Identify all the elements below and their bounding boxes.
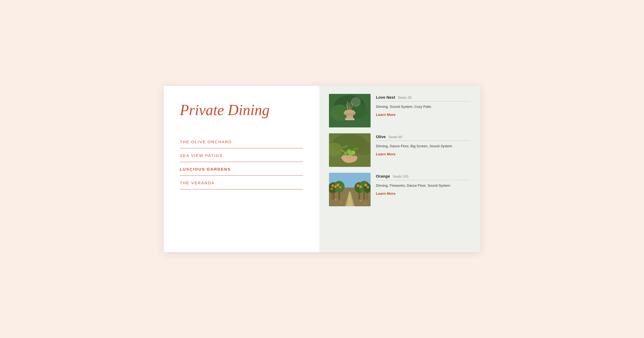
svg-point-53 [340, 201, 342, 203]
left-panel: Private Dining THE OLIVE ORCHARD SEA VIE… [164, 86, 319, 252]
nav-item-sea-view-patios[interactable]: SEA VIEW PATIOS [180, 148, 303, 162]
svg-rect-4 [345, 118, 354, 120]
main-card: Private Dining THE OLIVE ORCHARD SEA VIE… [164, 86, 480, 252]
venue-divider [376, 180, 471, 180]
orange-learn-more[interactable]: Learn More [376, 192, 396, 196]
right-panel: Love Nest Seats 30 Dinning, Sound System… [319, 86, 480, 252]
venue-row-olive: Olive Seats 60 Dinning, Dance Floor, Big… [329, 133, 471, 167]
svg-point-46 [336, 184, 339, 186]
svg-point-54 [360, 200, 362, 202]
venue-name-row: Love Nest Seats 30 [376, 95, 471, 100]
venue-divider [376, 141, 471, 141]
svg-point-51 [367, 186, 369, 189]
svg-point-55 [364, 203, 366, 205]
svg-point-23 [344, 152, 347, 155]
venue-name: Olive [376, 134, 386, 139]
nav-list: THE OLIVE ORCHARD SEA VIEW PATIOS LUSCIO… [180, 135, 303, 189]
svg-point-45 [331, 188, 333, 190]
nav-item-the-veranda[interactable]: THE VERANDA [180, 176, 303, 189]
venue-name-row: Olive Seats 60 [376, 134, 471, 139]
nav-item-label: SEA VIEW PATIOS [180, 153, 223, 158]
nav-item-label: LUSCIOUS GARDENS [180, 167, 231, 171]
svg-point-44 [334, 186, 337, 188]
venue-seats: Seats 30 [398, 95, 412, 100]
venue-name-row: Orange Seats 100 [376, 174, 471, 178]
svg-point-52 [335, 199, 337, 201]
venue-seats: Seats 60 [389, 135, 402, 139]
venue-info-love-nest: Love Nest Seats 30 Dinning, Sound System… [376, 94, 471, 117]
venue-features: Dinning, Fireworks, Dance Floor, Sound S… [376, 183, 471, 188]
svg-point-47 [339, 186, 342, 189]
venue-seats: Seats 100 [393, 174, 409, 178]
venue-info-olive: Olive Seats 60 Dinning, Dance Floor, Big… [376, 133, 471, 156]
olive-image [329, 133, 371, 167]
nav-item-label: THE VERANDA [180, 181, 215, 185]
nav-item-olive-orchard[interactable]: THE OLIVE ORCHARD [180, 135, 303, 148]
svg-point-48 [357, 184, 359, 187]
svg-point-50 [364, 184, 367, 186]
venue-divider [376, 101, 471, 101]
svg-point-49 [360, 186, 362, 188]
venue-row-love-nest: Love Nest Seats 30 Dinning, Sound System… [329, 94, 471, 127]
venue-info-orange: Orange Seats 100 Dinning, Fireworks, Dan… [376, 173, 471, 196]
venue-name: Love Nest [376, 95, 395, 100]
love-nest-image [329, 94, 371, 127]
svg-point-12 [351, 97, 361, 107]
venue-name: Orange [376, 174, 390, 178]
venue-features: Dinning, Dance Floor, Big Screen, Sound … [376, 144, 471, 149]
svg-point-43 [331, 184, 334, 187]
venue-features: Dinning, Sound System, Cozy Patio [376, 104, 471, 109]
nav-item-luscious-gardens[interactable]: LUSCIOUS GARDENS [180, 162, 303, 176]
olive-learn-more[interactable]: Learn More [376, 152, 396, 156]
love-nest-learn-more[interactable]: Learn More [376, 113, 396, 117]
orange-image [329, 173, 371, 206]
venue-row-orange: Orange Seats 100 Dinning, Fireworks, Dan… [329, 173, 471, 206]
page-title: Private Dining [180, 102, 303, 119]
nav-item-label: THE OLIVE ORCHARD [180, 139, 232, 144]
